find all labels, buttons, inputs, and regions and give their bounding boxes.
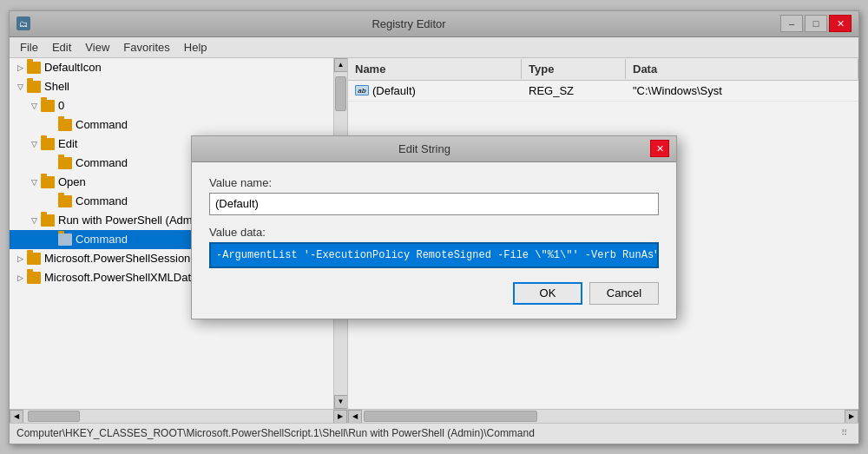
dialog-body: Value name: Value data: -ArgumentList '-… [192, 162, 676, 319]
value-name-input[interactable] [209, 193, 659, 215]
dialog-title-bar: Edit String ✕ [192, 136, 676, 162]
value-data-field[interactable]: -ArgumentList '-ExecutionPolicy RemoteSi… [209, 242, 659, 268]
cancel-button[interactable]: Cancel [589, 282, 659, 305]
value-name-label: Value name: [209, 176, 659, 189]
edit-string-dialog: Edit String ✕ Value name: Value data: -A… [191, 135, 677, 319]
main-window: 🗂 Registry Editor – □ ✕ File Edit View F… [9, 10, 859, 444]
dialog-close-button[interactable]: ✕ [650, 140, 669, 157]
modal-overlay: Edit String ✕ Value name: Value data: -A… [10, 11, 858, 444]
dialog-buttons: OK Cancel [209, 282, 659, 305]
ok-button[interactable]: OK [513, 282, 582, 305]
value-data-label: Value data: [209, 226, 659, 239]
dialog-title: Edit String [199, 142, 650, 155]
